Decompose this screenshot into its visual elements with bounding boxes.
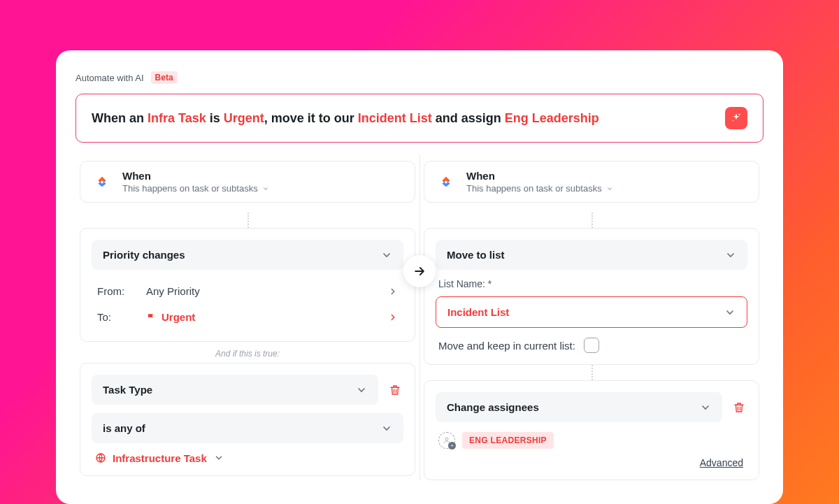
when-title: When (122, 170, 269, 182)
header-row: Automate with AI Beta (76, 71, 763, 84)
globe-icon (94, 452, 107, 464)
condition-panel: Task Type is any of Infrastructure Task (80, 363, 415, 476)
flag-icon (146, 312, 156, 322)
move-action-panel: Move to list List Name: * Incident List … (424, 228, 759, 365)
when-subtitle: This happens on task or subtasks (466, 183, 613, 194)
ai-prompt-input[interactable]: When an Infra Task is Urgent, move it to… (76, 94, 763, 143)
header-label: Automate with AI (76, 73, 144, 83)
ai-generate-button[interactable] (725, 107, 747, 129)
condition-operator-select[interactable]: is any of (92, 413, 403, 443)
from-priority-row[interactable]: From: Any Priority (92, 278, 403, 304)
action-type-select-2[interactable]: Change assignees (436, 392, 722, 422)
automation-card: Automate with AI Beta When an Infra Task… (56, 50, 783, 504)
arrow-right-icon (413, 264, 426, 278)
condition-field-select[interactable]: Task Type (92, 375, 378, 405)
chevron-down-icon (606, 185, 613, 192)
connector-line (591, 365, 759, 380)
assign-action-panel: Change assignees + ENG LEADERSHIP Advanc… (424, 380, 759, 480)
delete-action-button[interactable] (731, 401, 747, 414)
advanced-link[interactable]: Advanced (436, 457, 747, 468)
clickup-logo-icon (436, 171, 457, 192)
when-subtitle: This happens on task or subtasks (122, 183, 269, 194)
sparkle-icon (730, 112, 743, 124)
chevron-right-icon (388, 287, 398, 296)
svg-point-0 (739, 114, 740, 115)
trigger-panel: Priority changes From: Any Priority To: … (80, 228, 415, 342)
delete-condition-button[interactable] (387, 384, 403, 396)
svg-point-3 (445, 438, 448, 440)
add-assignee-button[interactable]: + (438, 432, 455, 449)
chevron-down-icon (725, 250, 736, 261)
assignee-row[interactable]: + ENG LEADERSHIP (436, 432, 747, 449)
chevron-down-icon (262, 185, 269, 192)
connector-line (591, 213, 759, 228)
svg-point-1 (733, 120, 734, 122)
arrow-circle (403, 255, 436, 287)
chevron-right-icon (388, 312, 398, 322)
column-divider (420, 155, 420, 480)
to-priority-row[interactable]: To: Urgent (92, 304, 403, 330)
list-name-label: List Name: * (438, 278, 747, 289)
prompt-text: When an Infra Task is Urgent, move it to… (92, 111, 599, 126)
when-title: When (466, 170, 613, 182)
trigger-type-select[interactable]: Priority changes (92, 240, 403, 270)
trigger-column: When This happens on task or subtasks Pr… (76, 161, 420, 480)
plus-icon: + (448, 442, 456, 449)
clickup-logo-icon (92, 171, 113, 192)
and-if-label: And if this is true: (80, 349, 415, 359)
chevron-down-icon (214, 453, 224, 463)
chevron-down-icon (381, 423, 392, 434)
chevron-down-icon (724, 307, 736, 318)
chevron-down-icon (356, 384, 367, 396)
trash-icon (389, 384, 401, 396)
connector-line (248, 213, 415, 228)
assignee-badge[interactable]: ENG LEADERSHIP (462, 432, 554, 449)
condition-value-row[interactable]: Infrastructure Task (92, 452, 403, 464)
beta-badge: Beta (151, 71, 178, 84)
when-trigger-card[interactable]: When This happens on task or subtasks (80, 161, 415, 203)
list-name-select[interactable]: Incident List (436, 296, 747, 328)
keep-in-list-checkbox[interactable] (584, 338, 599, 353)
action-column: When This happens on task or subtasks Mo… (420, 161, 763, 480)
keep-in-list-row: Move and keep in current list: (436, 338, 747, 353)
when-action-card[interactable]: When This happens on task or subtasks (424, 161, 759, 203)
trash-icon (733, 401, 745, 414)
columns: When This happens on task or subtasks Pr… (76, 161, 763, 480)
chevron-down-icon (381, 250, 392, 261)
action-type-select[interactable]: Move to list (436, 240, 747, 270)
chevron-down-icon (700, 402, 711, 413)
